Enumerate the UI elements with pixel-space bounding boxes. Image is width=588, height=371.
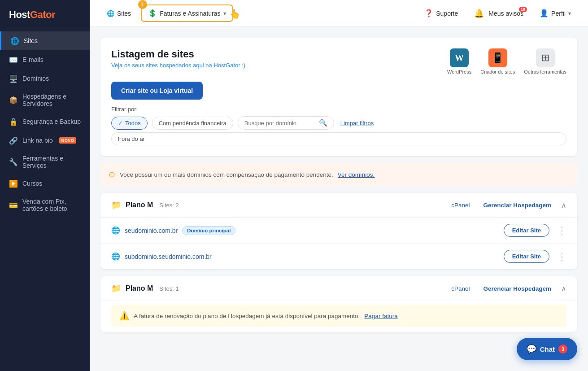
- plan-sites-count-2: Sites: 1: [159, 285, 179, 292]
- sidebar-item-emails[interactable]: ✉️ E-mails: [0, 50, 90, 69]
- filter-row: ✓ Todos Com pendência financeira 🔍 Limpa…: [111, 116, 566, 130]
- topnav-suporte-label: Suporte: [436, 10, 458, 17]
- plan-name-2: Plano M: [126, 284, 153, 292]
- tool-outras[interactable]: ⊞ Outras ferramentas: [524, 48, 566, 74]
- clear-filters-link[interactable]: Limpar filtros: [340, 120, 374, 127]
- plan-warning-2: ⚠️ A fatura de renovação do plano de Hos…: [111, 305, 566, 327]
- topnav-avisos-label: Meus avisos: [488, 10, 523, 17]
- sidebar-item-label: Link na bio: [22, 137, 53, 144]
- sidebar-item-cursos[interactable]: ▶️ Cursos: [0, 174, 90, 193]
- manage-btn-1[interactable]: Gerenciar Hospedagem: [483, 202, 551, 209]
- topnav-perfil-label: Perfil: [551, 10, 566, 17]
- monitor-icon: 🖥️: [9, 74, 18, 83]
- filter-fora[interactable]: Fora do ar: [111, 132, 566, 145]
- package-icon: 📦: [9, 96, 18, 105]
- search-wrap: 🔍: [238, 116, 334, 130]
- plan-section-1: 📁 Plano M Sites: 2 cPanel Gerenciar Hosp…: [100, 193, 577, 269]
- sidebar-item-dominios[interactable]: 🖥️ Domínios: [0, 69, 90, 88]
- chat-button[interactable]: 💬 Chat 3: [517, 338, 577, 360]
- novo-badge: NOVO: [59, 137, 77, 144]
- edit-site-btn-2[interactable]: Editar Site: [504, 250, 549, 263]
- site-globe-icon-2: 🌐: [111, 252, 120, 261]
- sidebar-item-venda[interactable]: 💳 Venda com Pix, cartões e boleto: [0, 193, 90, 217]
- outras-icon: ⊞: [536, 48, 555, 67]
- criador-label: Criador de sites: [480, 69, 515, 74]
- sidebar-item-label: Venda com Pix, cartões e boleto: [22, 198, 81, 212]
- site-row: 🌐 seudominio.com.br Domínio principal Ed…: [100, 218, 577, 244]
- warning-icon: ⚠️: [119, 311, 129, 321]
- more-options-icon-2[interactable]: ⋮: [558, 251, 566, 262]
- sidebar-item-seguranca[interactable]: 🔒 Segurança e Backup: [0, 112, 90, 131]
- site-row-2: 🌐 subdominio.seudominio.com.br Editar Si…: [100, 244, 577, 269]
- topnav-sites-label: Sites: [117, 10, 131, 17]
- play-icon: ▶️: [9, 179, 18, 188]
- step-badge: 1: [138, 0, 147, 9]
- criar-site-button[interactable]: Criar site ou Loja virtual: [111, 82, 203, 100]
- cpanel-link-1[interactable]: cPanel: [451, 202, 470, 209]
- filter-todos[interactable]: ✓ Todos: [111, 117, 148, 130]
- plan-chevron-1[interactable]: ∧: [561, 201, 566, 210]
- warning-message: A fatura de renovação do plano de Hosped…: [134, 313, 360, 319]
- sidebar-item-label: Domínios: [22, 75, 49, 82]
- sidebar-item-ferramentas[interactable]: 🔧 Ferramentas e Serviços: [0, 150, 90, 174]
- edit-site-btn-1[interactable]: Editar Site: [504, 224, 549, 237]
- plan-section-2: 📁 Plano M Sites: 1 cPanel Gerenciar Hosp…: [100, 276, 577, 332]
- alert-link[interactable]: Ver domínios.: [338, 171, 375, 178]
- chevron-down-icon: ▾: [223, 10, 226, 17]
- bell-icon: 🔔: [474, 9, 484, 18]
- listagem-title: Listagem de sites: [111, 48, 245, 60]
- pagar-fatura-link[interactable]: Pagar fatura: [364, 313, 397, 319]
- topnav: 🌐 Sites 1 💲 Faturas e Assinaturas ▾ 👆 ❓ …: [90, 0, 588, 27]
- card-icon: 💳: [9, 201, 18, 210]
- tool-criador[interactable]: 📱 Criador de sites: [480, 48, 515, 74]
- site-url-2[interactable]: subdominio.seudominio.com.br: [125, 253, 212, 260]
- main-domain-badge: Domínio principal: [182, 226, 235, 235]
- sidebar-item-label: Sites: [24, 37, 38, 44]
- chat-icon: 💬: [527, 344, 536, 354]
- chat-label: Chat: [540, 345, 555, 353]
- tools-row: W WordPress 📱 Criador de sites ⊞ Outras …: [447, 48, 566, 74]
- outras-label: Outras ferramentas: [524, 69, 566, 74]
- sidebar: HostGator 🌐 Sites ✉️ E-mails 🖥️ Domínios…: [0, 0, 90, 371]
- cursor-hand-icon: 👆: [229, 9, 240, 19]
- tool-wordpress[interactable]: W WordPress: [447, 48, 471, 74]
- wordpress-icon: W: [450, 48, 469, 67]
- link-icon: 🔗: [9, 136, 18, 145]
- checkmark-icon: ✓: [118, 120, 123, 127]
- alert-icon: ⊙: [109, 170, 115, 179]
- sidebar-item-linkbio[interactable]: 🔗 Link na bio NOVO: [0, 131, 90, 150]
- sidebar-item-label: Ferramentas e Serviços: [22, 155, 81, 169]
- topnav-sites[interactable]: 🌐 Sites: [100, 6, 137, 21]
- site-globe-icon: 🌐: [111, 226, 120, 235]
- sidebar-item-label: Hospedagens e Servidores: [22, 93, 81, 107]
- topnav-perfil[interactable]: 👤 Perfil ▾: [533, 5, 577, 21]
- topnav-avisos[interactable]: 🔔 18 Meus avisos: [468, 5, 530, 22]
- topnav-suporte[interactable]: ❓ Suporte: [418, 5, 464, 21]
- listagem-card: Listagem de sites Veja os seus sites hos…: [100, 38, 577, 156]
- sidebar-item-hospedagens[interactable]: 📦 Hospedagens e Servidores: [0, 88, 90, 112]
- folder-icon-2: 📁: [111, 284, 121, 293]
- sidebar-item-label: Segurança e Backup: [22, 118, 81, 125]
- plan-chevron-2[interactable]: ∧: [561, 284, 566, 293]
- sidebar-item-sites[interactable]: 🌐 Sites: [0, 31, 90, 50]
- notif-badge: 18: [519, 7, 527, 12]
- folder-icon-1: 📁: [111, 200, 121, 210]
- sites-globe-icon: 🌐: [107, 10, 114, 17]
- sidebar-nav: 🌐 Sites ✉️ E-mails 🖥️ Domínios 📦 Hospeda…: [0, 31, 90, 371]
- more-options-icon-1[interactable]: ⋮: [558, 225, 566, 236]
- email-icon: ✉️: [9, 55, 18, 64]
- alert-banner: ⊙ Você possui um ou mais domínios com co…: [100, 163, 577, 186]
- plan-header-1: 📁 Plano M Sites: 2 cPanel Gerenciar Hosp…: [100, 193, 577, 218]
- filter-label: Filtrar por:: [111, 106, 566, 113]
- plan-name-1: Plano M: [126, 201, 153, 209]
- cpanel-link-2[interactable]: cPanel: [451, 285, 470, 292]
- site-url-1[interactable]: seudominio.com.br: [125, 227, 178, 234]
- manage-btn-2[interactable]: Gerenciar Hospedagem: [483, 285, 551, 292]
- filter-pendencia-label: Com pendência financeira: [159, 120, 226, 127]
- topnav-faturas[interactable]: 1 💲 Faturas e Assinaturas ▾ 👆: [141, 4, 233, 22]
- lock-icon: 🔒: [9, 117, 18, 126]
- criador-icon: 📱: [488, 48, 507, 67]
- filter-pendencia[interactable]: Com pendência financeira: [152, 117, 233, 130]
- search-input[interactable]: [244, 120, 316, 127]
- chat-count-badge: 3: [558, 345, 567, 354]
